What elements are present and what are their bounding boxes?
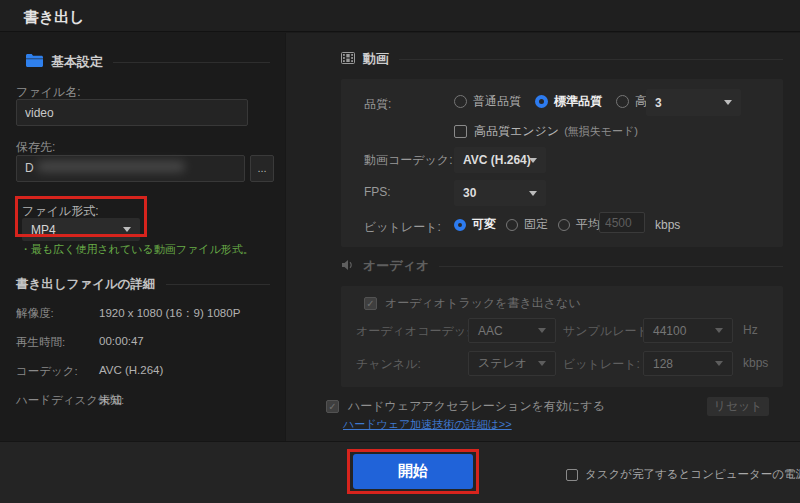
audio-settings-group: ✓ オーディオトラックを書き出さない オーディオコーデック: AAC サンプルレ…: [341, 286, 783, 387]
audio-section-title: オーディオ: [363, 257, 429, 275]
bitrate-variable-radio[interactable]: [454, 219, 466, 231]
fps-label: FPS:: [364, 185, 391, 199]
fps-value: 30: [463, 186, 476, 200]
chevron-down-icon: [724, 100, 732, 105]
export-details-title: 書き出しファイルの詳細: [16, 276, 156, 293]
audio-bitrate-unit: kbps: [743, 356, 768, 370]
audio-codec-dropdown[interactable]: AAC: [468, 318, 556, 343]
bitrate-average-label: 平均: [576, 216, 600, 233]
format-settings-panel: 動画 品質: 普通品質 標準品質 高品質 3 高品質エンジン (無損失モード) …: [285, 33, 800, 441]
quality-standard-radio[interactable]: [535, 95, 548, 108]
bitrate-variable-label: 可変: [472, 216, 496, 233]
audio-bitrate-dropdown[interactable]: 128: [643, 351, 733, 376]
quality-high-radio[interactable]: [616, 95, 629, 108]
video-settings-group: 品質: 普通品質 標準品質 高品質 3 高品質エンジン (無損失モード) 動画コ…: [341, 79, 783, 247]
bitrate-unit: kbps: [655, 218, 680, 232]
no-audio-checkbox[interactable]: ✓: [364, 297, 377, 310]
resolution-label: 解像度:: [16, 306, 54, 321]
file-name-input[interactable]: [16, 99, 248, 126]
no-audio-label: オーディオトラックを書き出さない: [385, 295, 581, 312]
audio-section-header: オーディオ: [341, 257, 783, 275]
folder-icon: [26, 54, 43, 70]
format-tip-text: ・最も広く使用されている動画ファイル形式。: [20, 242, 254, 257]
hw-accel-label: ハードウェアアクセラレーションを有効にする: [348, 398, 605, 415]
resolution-value: 1920 x 1080 (16：9) 1080P: [99, 306, 240, 321]
save-destination-label: 保存先:: [16, 139, 55, 156]
hq-engine-checkbox[interactable]: [454, 125, 467, 138]
video-codec-label: 動画コーデック:: [364, 152, 452, 169]
reset-button[interactable]: リセット: [707, 397, 769, 416]
film-icon: [341, 52, 355, 67]
sample-rate-label: サンプルレート:: [563, 323, 652, 340]
sample-rate-unit: Hz: [743, 323, 758, 337]
quality-level-value: 3: [655, 96, 662, 110]
sample-rate-value: 44100: [653, 324, 686, 338]
hw-accel-row: ✓ ハードウェアアクセラレーションを有効にする: [326, 398, 605, 415]
channel-dropdown[interactable]: ステレオ: [468, 351, 556, 376]
bitrate-radio-group: 可変 固定 平均: [454, 216, 608, 233]
channel-label: チャンネル:: [356, 356, 421, 373]
start-export-button[interactable]: 開始: [353, 454, 473, 489]
video-section-title: 動画: [363, 50, 389, 68]
chevron-down-icon: [529, 158, 537, 163]
video-bitrate-label: ビットレート:: [364, 219, 441, 236]
export-details-header: 書き出しファイルの詳細: [16, 276, 270, 293]
audio-codec-value: AAC: [478, 324, 503, 338]
dialog-footer: 開始 タスクが完了するとコンピューターの電源を切る。: [0, 441, 800, 503]
hw-accel-checkbox[interactable]: ✓: [326, 400, 339, 413]
file-format-dropdown[interactable]: MP4: [22, 218, 140, 241]
hq-engine-note: (無損失モード): [564, 124, 638, 139]
chevron-down-icon: [538, 361, 546, 366]
hw-accel-details-link[interactable]: ハードウェア加速技術の詳細は>>: [343, 417, 512, 432]
hq-engine-label: 高品質エンジン: [474, 123, 559, 140]
no-audio-row: ✓ オーディオトラックを書き出さない: [364, 295, 581, 312]
bitrate-value-input[interactable]: [599, 212, 645, 233]
quality-standard-label: 標準品質: [554, 93, 602, 110]
fps-dropdown[interactable]: 30: [454, 180, 546, 206]
audio-codec-label: オーディオコーデック:: [356, 323, 482, 340]
speaker-icon: [341, 259, 355, 274]
shutdown-option-row: タスクが完了するとコンピューターの電源を切る。: [566, 467, 800, 482]
basic-settings-panel: 基本設定 ファイル名: 保存先: D ... ファイル形式: MP4 ・最も広く…: [0, 33, 285, 441]
video-codec-dropdown[interactable]: AVC (H.264): [454, 147, 546, 173]
chevron-down-icon: [715, 328, 723, 333]
video-section-header: 動画: [341, 50, 783, 68]
bitrate-fixed-label: 固定: [524, 216, 548, 233]
shutdown-label: タスクが完了するとコンピューターの電源を切る。: [585, 467, 800, 482]
duration-value: 00:00:47: [99, 335, 144, 347]
browse-button[interactable]: ...: [250, 155, 274, 182]
dialog-titlebar: 書き出し: [0, 0, 800, 32]
chevron-down-icon: [529, 191, 537, 196]
quality-level-dropdown[interactable]: 3: [646, 89, 741, 116]
chevron-down-icon: [123, 227, 131, 232]
video-codec-value: AVC (H.264): [463, 153, 531, 167]
quality-normal-label: 普通品質: [473, 93, 521, 110]
bitrate-average-radio[interactable]: [558, 219, 570, 231]
shutdown-checkbox[interactable]: [566, 469, 578, 481]
audio-bitrate-value: 128: [653, 357, 673, 371]
codec-value: AVC (H.264): [99, 364, 163, 376]
dialog-title: 書き出し: [24, 8, 85, 27]
hq-engine-row: 高品質エンジン (無損失モード): [454, 123, 638, 140]
quality-label: 品質:: [364, 96, 391, 113]
disk-space-value: 未知: [99, 393, 122, 408]
sample-rate-dropdown[interactable]: 44100: [643, 318, 733, 343]
channel-value: ステレオ: [478, 355, 527, 372]
duration-label: 再生時間:: [16, 335, 65, 350]
basic-settings-title: 基本設定: [51, 53, 103, 71]
bitrate-fixed-radio[interactable]: [506, 219, 518, 231]
quality-normal-radio[interactable]: [454, 95, 467, 108]
file-format-value: MP4: [31, 223, 56, 237]
basic-settings-header: 基本設定: [26, 53, 270, 71]
save-path-text: D: [25, 161, 34, 175]
codec-label: コーデック:: [16, 364, 78, 379]
save-destination-input[interactable]: D: [16, 155, 245, 182]
audio-bitrate-label: ビットレート:: [563, 356, 640, 373]
blurred-path: [37, 161, 185, 172]
chevron-down-icon: [538, 328, 546, 333]
chevron-down-icon: [715, 361, 723, 366]
